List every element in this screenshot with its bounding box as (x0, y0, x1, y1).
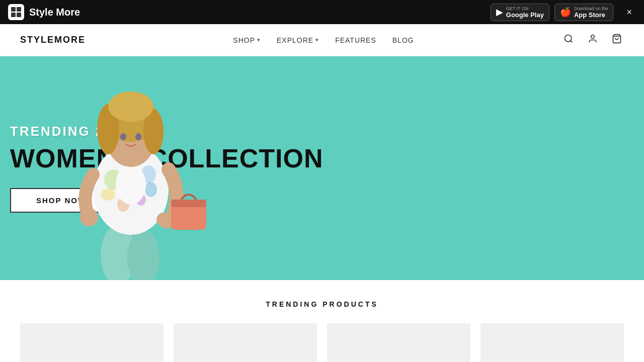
svg-point-4 (565, 35, 571, 42)
svg-point-24 (120, 133, 126, 140)
apple-icon: 🍎 (560, 7, 571, 18)
svg-rect-0 (11, 7, 16, 12)
nav-item-explore[interactable]: EXPLORE ▾ (277, 36, 319, 44)
svg-point-28 (80, 208, 98, 226)
top-bar: Style More ▶ GET IT ON Google Play 🍎 Dow… (0, 0, 644, 24)
product-card-2[interactable] (174, 323, 317, 362)
hero-image (25, 59, 236, 280)
google-play-pre: GET IT ON (506, 6, 544, 11)
svg-point-25 (135, 133, 141, 140)
google-play-badge[interactable]: ▶ GET IT ON Google Play (491, 4, 549, 21)
nav-link-blog[interactable]: BLOG (392, 36, 414, 44)
chevron-down-icon: ▾ (315, 37, 319, 43)
svg-point-15 (101, 189, 115, 201)
nav-link-features[interactable]: FEATURES (335, 36, 376, 44)
product-card-4[interactable] (480, 323, 624, 362)
app-store-badge[interactable]: 🍎 Download on the App Store (554, 4, 614, 21)
top-bar-actions: ▶ GET IT ON Google Play 🍎 Download on th… (491, 4, 636, 21)
product-card-1[interactable] (20, 323, 164, 362)
brand-logo-icon (8, 4, 24, 20)
cart-icon (612, 34, 622, 44)
close-button[interactable]: × (622, 5, 636, 20)
google-play-icon: ▶ (496, 7, 503, 18)
svg-rect-2 (11, 13, 16, 17)
cart-button[interactable] (610, 32, 624, 48)
nav-item-features[interactable]: FEATURES (335, 36, 376, 44)
app-store-pre: Download on the (574, 6, 608, 11)
google-play-label: Google Play (506, 11, 544, 19)
search-icon (564, 34, 574, 44)
user-icon (588, 34, 598, 44)
svg-point-6 (591, 35, 595, 39)
svg-point-17 (116, 164, 146, 205)
svg-rect-1 (17, 7, 21, 12)
svg-line-5 (571, 41, 573, 43)
login-button[interactable] (586, 32, 600, 48)
nav-item-shop[interactable]: SHOP ▾ (233, 36, 261, 44)
products-grid (20, 323, 624, 362)
nav-link-shop[interactable]: SHOP ▾ (233, 36, 261, 44)
hero-section: TRENDING 2023 WOMEN'S COLLECTION SHOP NO… (0, 56, 644, 280)
app-store-label: App Store (574, 11, 608, 19)
nav-link-explore[interactable]: EXPLORE ▾ (277, 36, 319, 44)
nav-actions (561, 32, 624, 48)
nav-item-blog[interactable]: BLOG (392, 36, 414, 44)
search-button[interactable] (561, 32, 576, 48)
nav-links: SHOP ▾ EXPLORE ▾ FEATURES BLOG (233, 36, 414, 44)
products-section: TRENDING PRODUCTS (0, 280, 644, 362)
products-title: TRENDING PRODUCTS (20, 300, 624, 308)
nav-bar: STYLEMORE SHOP ▾ EXPLORE ▾ FEATURES BLOG (0, 24, 644, 56)
product-card-3[interactable] (327, 323, 470, 362)
svg-rect-3 (17, 13, 21, 17)
top-bar-title: Style More (29, 7, 80, 18)
svg-point-23 (108, 92, 153, 122)
nav-brand[interactable]: STYLEMORE (20, 35, 86, 45)
chevron-down-icon: ▾ (257, 37, 261, 43)
svg-point-16 (145, 182, 157, 197)
svg-rect-27 (171, 200, 206, 207)
top-bar-brand: Style More (8, 4, 80, 20)
